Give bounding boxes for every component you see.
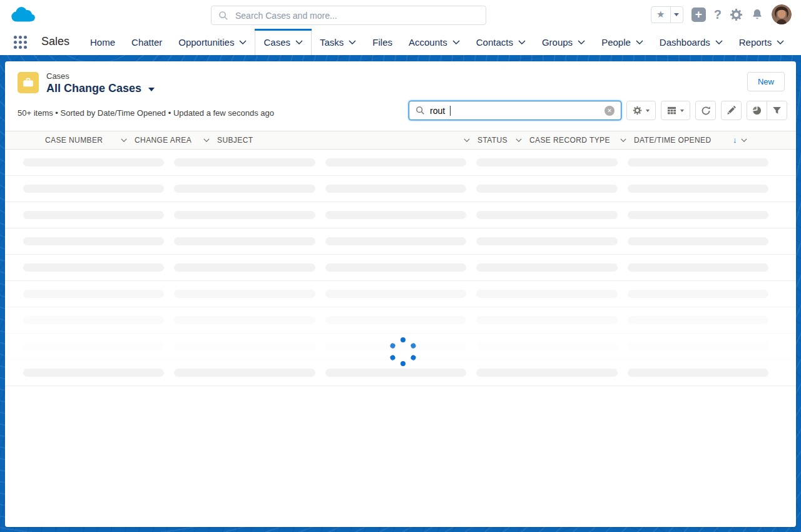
app-name: Sales	[41, 35, 69, 55]
skeleton-bar	[174, 237, 315, 245]
sort-desc-icon: ↓	[733, 135, 737, 145]
tab-cases[interactable]: Cases	[255, 29, 312, 55]
refresh-button[interactable]	[695, 101, 716, 120]
skeleton-bar	[325, 211, 466, 219]
chevron-down-icon[interactable]	[516, 138, 522, 142]
table-row-skeleton	[5, 150, 796, 176]
tab-accounts[interactable]: Accounts	[400, 29, 468, 55]
skeleton-bar	[174, 290, 315, 298]
display-as-button[interactable]	[661, 101, 690, 120]
user-avatar[interactable]	[772, 4, 792, 24]
skeleton-bar	[174, 158, 315, 166]
skeleton-bar	[23, 369, 164, 377]
tab-chatter[interactable]: Chatter	[123, 29, 170, 55]
charts-button[interactable]	[747, 101, 767, 120]
tab-opportunities[interactable]: Opportunities	[170, 29, 255, 55]
column-header-case-number[interactable]: CASE NUMBER	[45, 136, 135, 145]
chevron-down-icon[interactable]	[464, 138, 470, 142]
skeleton-bar	[23, 290, 164, 298]
table-header-row: CASE NUMBER CHANGE AREA SUBJECT STATUS C…	[5, 131, 796, 150]
filter-funnel-icon	[772, 106, 782, 115]
table-row-skeleton	[5, 307, 796, 334]
list-view-header: Cases All Change Cases New	[5, 61, 796, 95]
chevron-down-icon	[777, 40, 784, 44]
tab-groups[interactable]: Groups	[534, 29, 593, 55]
skeleton-bar	[476, 369, 617, 377]
skeleton-bar	[325, 237, 466, 245]
global-search-input[interactable]	[234, 10, 479, 21]
global-header: ★ + ?	[0, 0, 801, 29]
pie-chart-icon	[752, 106, 762, 115]
skeleton-bar	[23, 316, 164, 324]
chart-filter-group	[747, 101, 787, 120]
help-icon[interactable]: ?	[714, 8, 722, 22]
tab-contacts[interactable]: Contacts	[468, 29, 534, 55]
skeleton-bar	[628, 185, 768, 193]
page-background: Cases All Change Cases New 50+ items • S…	[0, 55, 801, 532]
filters-button[interactable]	[767, 101, 787, 120]
page-title: All Change Cases	[46, 83, 141, 95]
pencil-icon	[727, 106, 736, 115]
tab-tasks[interactable]: Tasks	[312, 29, 364, 55]
table-row-skeleton	[5, 176, 796, 202]
setup-gear-icon[interactable]	[730, 8, 743, 21]
column-header-case-record-type[interactable]: CASE RECORD TYPE	[529, 136, 634, 145]
chevron-down-icon[interactable]	[741, 138, 747, 142]
search-icon	[218, 11, 228, 21]
favorites-dropdown-icon[interactable]	[671, 7, 683, 23]
cases-entity-icon	[18, 72, 39, 93]
tab-reports[interactable]: Reports	[731, 29, 793, 55]
refresh-icon	[701, 106, 711, 116]
chevron-down-icon	[239, 40, 247, 44]
list-controls: rout ✕	[409, 101, 787, 120]
skeleton-bar	[628, 263, 768, 272]
notifications-bell-icon[interactable]	[751, 8, 763, 21]
table-row-skeleton	[5, 334, 796, 360]
global-add-icon[interactable]: +	[691, 8, 706, 22]
skeleton-bar	[325, 290, 466, 298]
skeleton-bar	[174, 185, 315, 193]
list-view-controls-button[interactable]	[626, 101, 656, 120]
skeleton-bar	[23, 211, 164, 219]
chevron-down-icon[interactable]	[203, 138, 210, 142]
skeleton-bar	[476, 290, 617, 298]
skeleton-bar	[628, 342, 768, 350]
skeleton-bar	[325, 185, 466, 193]
column-header-status[interactable]: STATUS	[477, 136, 529, 145]
table-row-skeleton	[5, 202, 796, 228]
tab-people[interactable]: People	[593, 29, 651, 55]
skeleton-bar	[174, 211, 315, 219]
skeleton-bar	[23, 263, 164, 272]
view-dropdown-icon	[148, 88, 155, 91]
table-row-skeleton	[5, 228, 796, 255]
column-header-subject[interactable]: SUBJECT	[217, 136, 477, 145]
skeleton-bar	[174, 263, 315, 272]
tab-more[interactable]: More	[792, 29, 801, 55]
skeleton-bar	[325, 342, 466, 350]
column-header-change-area[interactable]: CHANGE AREA	[135, 136, 217, 145]
list-search-input[interactable]: rout ✕	[409, 101, 621, 120]
chevron-down-icon[interactable]	[121, 138, 127, 142]
chevron-down-icon	[518, 40, 526, 44]
skeleton-bar	[325, 263, 466, 272]
tab-dashboards[interactable]: Dashboards	[651, 29, 731, 55]
edit-button[interactable]	[721, 101, 742, 120]
table-row-skeleton	[5, 281, 796, 307]
chevron-down-icon	[715, 40, 723, 44]
entity-label: Cases	[46, 72, 155, 81]
skeleton-bar	[476, 158, 617, 166]
column-header-date-time-opened[interactable]: DATE/TIME OPENED ↓	[634, 135, 755, 145]
skeleton-bar	[23, 185, 164, 193]
chevron-down-icon[interactable]	[620, 138, 626, 142]
tab-home[interactable]: Home	[82, 29, 123, 55]
chevron-down-icon	[452, 40, 460, 44]
clear-search-icon[interactable]: ✕	[605, 106, 615, 116]
favorites-star-icon[interactable]: ★	[651, 7, 671, 23]
global-search[interactable]	[211, 6, 486, 25]
tab-files[interactable]: Files	[364, 29, 400, 55]
app-launcher-icon[interactable]	[14, 36, 27, 49]
skeleton-bar	[628, 290, 768, 298]
new-button[interactable]: New	[747, 72, 785, 91]
skeleton-bar	[23, 237, 164, 245]
list-view-selector[interactable]: All Change Cases	[46, 83, 155, 95]
